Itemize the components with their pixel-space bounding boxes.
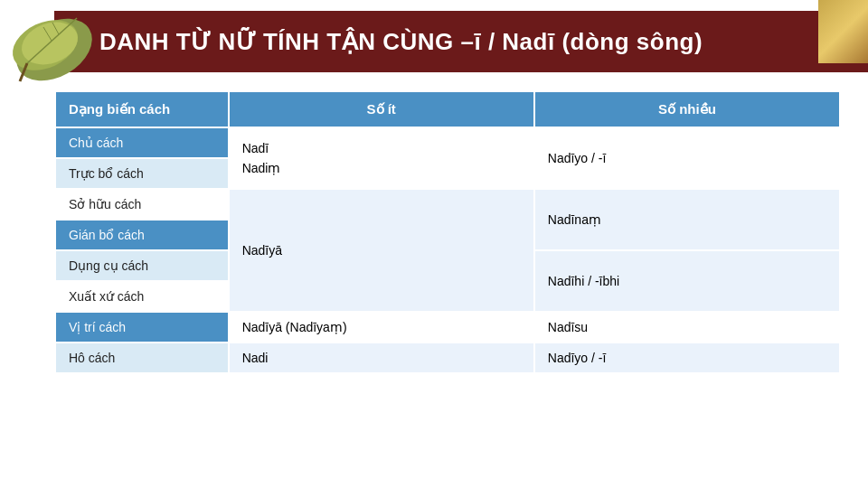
col-header-so-nhieu: Số nhiều — [535, 92, 839, 127]
cell-dung-cu-cach-label: Dụng cụ cách — [56, 251, 228, 280]
declension-table: Dạng biến cách Số ít Số nhiều Chủ cách N… — [54, 90, 841, 374]
header-title: DANH TỪ NỮ TÍNH TẬN CÙNG –ī / Nadī (dòng… — [99, 28, 703, 56]
cell-xuat-xu-cach-label: Xuất xứ cách — [56, 282, 228, 311]
table-row-vi-tri-cach: Vị trí cách Nadīyā (Nadīyaṃ) Nadīsu — [56, 313, 839, 342]
cell-so-huu-cach-label: Sở hữu cách — [56, 190, 228, 219]
cell-vi-tri-cach-label: Vị trí cách — [56, 313, 228, 342]
table-row-ho-cach: Hô cách Nadi Nadīyo / -ī — [56, 343, 839, 372]
table-header-row: Dạng biến cách Số ít Số nhiều — [56, 92, 839, 127]
table-row-so-huu-cach: Sở hữu cách Nadīyā Nadīnaṃ — [56, 190, 839, 219]
cell-vi-tri-so-nhieu: Nadīsu — [535, 313, 839, 342]
cell-truc-bo-cach-label: Trực bổ cách — [56, 159, 228, 188]
cell-vi-tri-so-it: Nadīyā (Nadīyaṃ) — [230, 313, 533, 342]
table-container: Dạng biến cách Số ít Số nhiều Chủ cách N… — [54, 90, 841, 470]
col-header-so-it: Số ít — [230, 92, 533, 127]
header-bar: DANH TỪ NỮ TÍNH TẬN CÙNG –ī / Nadī (dòng… — [54, 11, 868, 72]
cell-chu-truc-so-nhieu: Nadīyo / -ī — [535, 128, 839, 188]
leaf-decoration — [0, 0, 99, 90]
cell-sở-gian-so-it: Nadīyā — [230, 190, 533, 311]
col-header-dang-bien-cach: Dạng biến cách — [56, 92, 228, 127]
cell-ho-cach-label: Hô cách — [56, 343, 228, 372]
cell-nadinam: Nadīnaṃ — [535, 190, 839, 249]
gold-accent — [818, 0, 868, 63]
cell-chu-cach-label: Chủ cách — [56, 128, 228, 157]
cell-gian-bo-cach-label: Gián bổ cách — [56, 221, 228, 249]
table-row-chu-cach: Chủ cách Nadī Nadiṃ Nadīyo / -ī — [56, 128, 839, 157]
cell-ho-cach-so-it: Nadi — [230, 343, 533, 372]
cell-ho-cach-so-nhieu: Nadīyo / -ī — [535, 343, 839, 372]
cell-chu-truc-so-it: Nadī Nadiṃ — [230, 128, 533, 188]
page-container: DANH TỪ NỮ TÍNH TẬN CÙNG –ī / Nadī (dòng… — [0, 0, 868, 488]
cell-nadihi: Nadīhi / -ībhi — [535, 251, 839, 311]
